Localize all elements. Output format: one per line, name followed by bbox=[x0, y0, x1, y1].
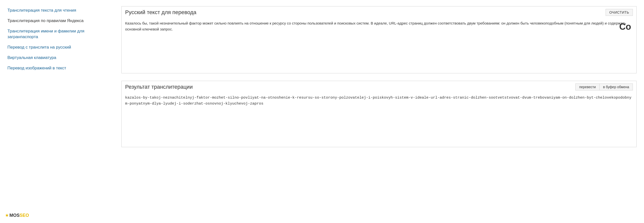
result-panel-header: Результат транслитерации перевести в буф… bbox=[122, 81, 636, 92]
sidebar-link-transliteration-passport[interactable]: Транслитерация имени и фамилии для загра… bbox=[8, 29, 84, 40]
sidebar-item-transliteration-yandex: Транслитерация по правилам Яндекса bbox=[8, 18, 112, 24]
clipboard-button[interactable]: в буфер обмена bbox=[600, 84, 633, 90]
input-panel-title: Русский текст для перевода bbox=[125, 9, 196, 16]
translate-button[interactable]: перевести bbox=[575, 84, 599, 90]
input-textarea[interactable] bbox=[122, 18, 636, 72]
logo-star: ★ bbox=[5, 212, 9, 218]
sidebar-link-transliteration-reading[interactable]: Транслитерация текста для чтения bbox=[8, 8, 76, 13]
result-panel-title: Результат транслитерации bbox=[125, 84, 193, 90]
sidebar-link-translate-from-translit[interactable]: Перевод с транслита на русский bbox=[8, 45, 71, 50]
sidebar-item-translate-from-translit[interactable]: Перевод с транслита на русский bbox=[8, 44, 112, 50]
main-content: Русский текст для перевода ОЧИСТИТЬ Резу… bbox=[122, 5, 636, 218]
clear-button[interactable]: ОЧИСТИТЬ bbox=[606, 9, 633, 16]
input-panel-header: Русский текст для перевода ОЧИСТИТЬ bbox=[122, 6, 636, 18]
input-panel: Русский текст для перевода ОЧИСТИТЬ bbox=[122, 6, 636, 73]
logo-text: MOSSEO bbox=[10, 213, 29, 218]
sidebar: Транслитерация текста для чтения Трансли… bbox=[8, 5, 112, 218]
logo-mos: MOS bbox=[10, 213, 20, 218]
sidebar-link-image-to-text[interactable]: Перевод изображений в текст bbox=[8, 66, 66, 70]
corner-label: Co bbox=[619, 22, 631, 32]
result-text: kazalos-by-takoj-neznachitelnyj-faktor-m… bbox=[122, 92, 636, 147]
result-panel: Результат транслитерации перевести в буф… bbox=[122, 81, 636, 147]
sidebar-item-image-to-text[interactable]: Перевод изображений в текст bbox=[8, 65, 112, 71]
result-panel-buttons: перевести в буфер обмена bbox=[575, 84, 633, 90]
sidebar-item-transliteration-passport[interactable]: Транслитерация имени и фамилии для загра… bbox=[8, 28, 112, 40]
logo-seo: SEO bbox=[20, 213, 29, 218]
sidebar-link-virtual-keyboard[interactable]: Виртуальная клавиатура bbox=[8, 55, 56, 60]
sidebar-link-transliteration-yandex: Транслитерация по правилам Яндекса bbox=[8, 18, 84, 23]
logo: ★ MOSSEO bbox=[5, 212, 29, 218]
sidebar-item-virtual-keyboard[interactable]: Виртуальная клавиатура bbox=[8, 55, 112, 61]
sidebar-item-transliteration-reading[interactable]: Транслитерация текста для чтения bbox=[8, 8, 112, 14]
